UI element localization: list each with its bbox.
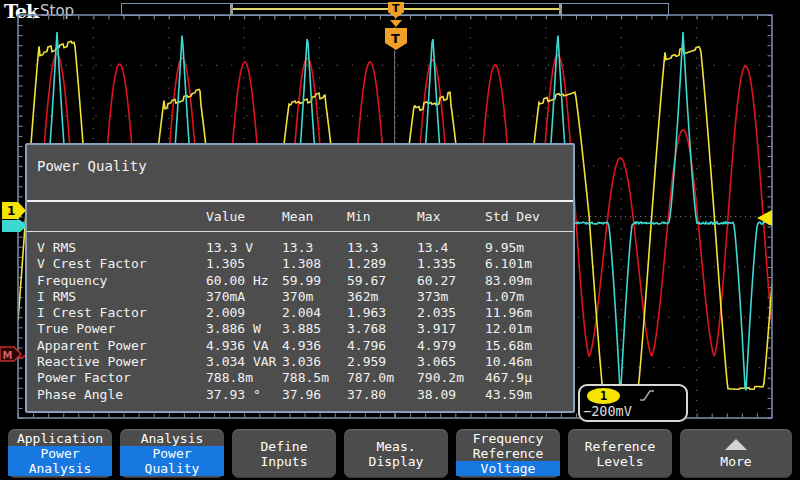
table-row: Power Factor788.8m788.5m787.0m790.2m467.… <box>37 370 571 386</box>
measurement-label: Reactive Power <box>37 354 206 370</box>
ch1-badge: 1 <box>587 388 620 404</box>
trigger-readout: 1 −200mV <box>578 384 688 422</box>
menu-button-reference[interactable]: ReferenceLevels <box>568 429 672 478</box>
svg-text:M: M <box>3 350 13 361</box>
separator <box>27 231 573 232</box>
measurement-value: 370mA <box>206 289 282 305</box>
measurement-value: 13.3 <box>347 240 417 256</box>
column-header: Min <box>347 209 417 224</box>
table-row: V RMS13.3 V13.313.313.49.95m <box>37 240 571 256</box>
column-header-spacer <box>37 209 206 224</box>
measurement-label: V RMS <box>37 240 206 256</box>
measurement-label: Apparent Power <box>37 338 206 354</box>
button-line: Levels <box>568 454 672 469</box>
button-line: Application <box>8 431 112 446</box>
measurement-value: 788.5m <box>282 370 347 386</box>
measurement-label: I Crest Factor <box>37 305 206 321</box>
trigger-level-value: −200mV <box>583 403 632 419</box>
measurement-value: 13.3 V <box>206 240 282 256</box>
svg-text:T: T <box>391 31 400 46</box>
table-row: Reactive Power3.034 VAR3.0362.9593.06510… <box>37 354 571 370</box>
measurement-label: True Power <box>37 321 206 337</box>
measurement-value: 790.2m <box>417 370 485 386</box>
button-line: Quality <box>120 461 224 476</box>
svg-text:T: T <box>392 2 400 15</box>
menu-button-meas-[interactable]: Meas.Display <box>344 429 448 478</box>
measurement-value: 1.335 <box>417 256 485 272</box>
table-row: Phase Angle37.93 °37.9637.8038.0943.59m <box>37 387 571 403</box>
menu-button-define[interactable]: DefineInputs <box>232 429 336 478</box>
ch1-marker[interactable]: 1 <box>2 202 26 219</box>
measurement-value: 60.00 Hz <box>206 273 282 289</box>
measurement-value: 37.96 <box>282 387 347 403</box>
menu-button-frequency[interactable]: FrequencyReferenceVoltage <box>456 429 560 478</box>
table-row: True Power3.886 W3.8853.7683.91712.01m <box>37 321 571 337</box>
measurement-value: 3.917 <box>417 321 485 337</box>
measurement-value: 1.308 <box>282 256 347 272</box>
button-line: More <box>680 454 792 469</box>
power-quality-popup: Power Quality ValueMeanMinMaxStd Dev V R… <box>25 143 575 413</box>
measurement-value: 43.59m <box>485 387 571 403</box>
measurement-value: 1.305 <box>206 256 282 272</box>
measurement-value: 83.09m <box>485 273 571 289</box>
column-header: Value <box>206 209 282 224</box>
measurement-value: 3.036 <box>282 354 347 370</box>
measurement-value: 2.959 <box>347 354 417 370</box>
measurement-value: 362m <box>347 289 417 305</box>
button-line: Meas. <box>344 439 448 454</box>
menu-bar: ApplicationPowerAnalysisAnalysisPowerQua… <box>0 428 800 480</box>
measurement-value: 11.96m <box>485 305 571 321</box>
button-line: Define <box>232 439 336 454</box>
measurement-value: 10.46m <box>485 354 571 370</box>
button-line: Inputs <box>232 454 336 469</box>
measurement-value: 9.95m <box>485 240 571 256</box>
button-line: Analysis <box>8 461 112 476</box>
measurement-value: 59.67 <box>347 273 417 289</box>
measurement-value: 1.963 <box>347 305 417 321</box>
measurement-value: 6.101m <box>485 256 571 272</box>
measurement-value: 373m <box>417 289 485 305</box>
measurement-value: 3.886 W <box>206 321 282 337</box>
measurement-value: 1.289 <box>347 256 417 272</box>
measurement-value: 3.885 <box>282 321 347 337</box>
measurement-value: 12.01m <box>485 321 571 337</box>
measurement-value: 13.3 <box>282 240 347 256</box>
measurement-value: 59.99 <box>282 273 347 289</box>
measurement-value: 4.936 VA <box>206 338 282 354</box>
measurement-value: 15.68m <box>485 338 571 354</box>
measurement-value: 467.9µ <box>485 370 571 386</box>
column-header: Max <box>417 209 485 224</box>
button-line: Reference <box>456 446 560 461</box>
trigger-position-marker[interactable]: TT <box>385 2 407 50</box>
measurement-value: 2.004 <box>282 305 347 321</box>
menu-button-more[interactable]: More <box>680 429 792 478</box>
measurement-value: 37.93 ° <box>206 387 282 403</box>
button-line: Voltage <box>456 461 560 476</box>
separator <box>27 200 573 202</box>
measurement-value: 788.8m <box>206 370 282 386</box>
measurement-value: 13.4 <box>417 240 485 256</box>
measurement-label: V Crest Factor <box>37 256 206 272</box>
table-row: Apparent Power4.936 VA4.9364.7964.97915.… <box>37 338 571 354</box>
column-header: Std Dev <box>485 209 571 224</box>
trigger-level-marker[interactable] <box>757 210 772 226</box>
measurement-value: 4.796 <box>347 338 417 354</box>
menu-button-analysis[interactable]: AnalysisPowerQuality <box>120 429 224 478</box>
up-arrow-icon <box>725 439 747 450</box>
popup-title: Power Quality <box>37 158 147 174</box>
column-header: Mean <box>282 209 347 224</box>
button-line: Analysis <box>120 431 224 446</box>
button-line: Power <box>120 446 224 461</box>
measurement-value: 787.0m <box>347 370 417 386</box>
measurement-value: 3.768 <box>347 321 417 337</box>
button-line: Reference <box>568 439 672 454</box>
measurement-value: 4.936 <box>282 338 347 354</box>
table-row: Frequency60.00 Hz59.9959.6760.2783.09m <box>37 273 571 289</box>
measurement-value: 37.80 <box>347 387 417 403</box>
menu-button-application[interactable]: ApplicationPowerAnalysis <box>8 429 112 478</box>
measurement-label: Phase Angle <box>37 387 206 403</box>
measurement-table: V RMS13.3 V13.313.313.49.95mV Crest Fact… <box>37 240 571 403</box>
table-row: I RMS370mA370m362m373m1.07m <box>37 289 571 305</box>
table-row: I Crest Factor2.0092.0041.9632.03511.96m <box>37 305 571 321</box>
rising-edge-icon <box>638 388 656 403</box>
